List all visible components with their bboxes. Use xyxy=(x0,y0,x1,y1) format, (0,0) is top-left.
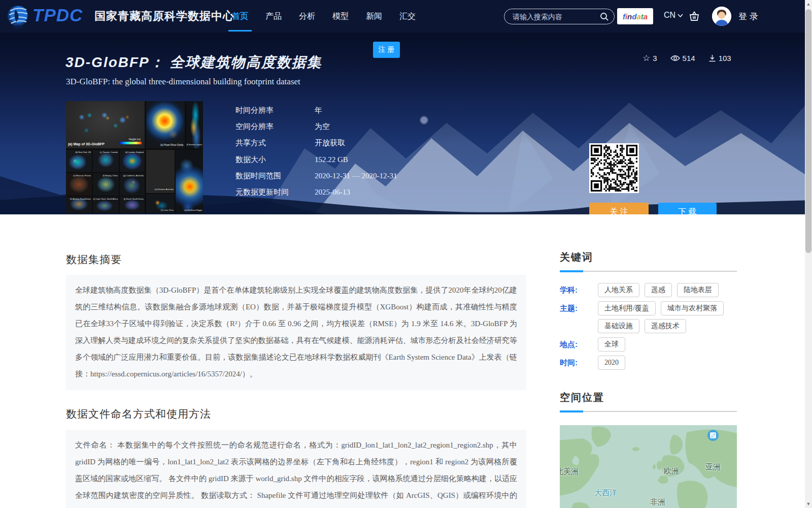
map-expand-button[interactable]: ⤢ xyxy=(707,430,719,441)
tag[interactable]: 遥感 xyxy=(645,283,672,297)
language-selector[interactable]: CN xyxy=(664,11,683,20)
thumb-tile-london: (d) London, England xyxy=(120,150,145,172)
nav-products[interactable]: 产品 xyxy=(257,0,290,33)
map-label-asia: 亚洲 xyxy=(705,462,721,472)
top-navigation-bar: TPDC 国家青藏高原科学数据中心 首页 产品 分析 模型 新闻 汇交 find… xyxy=(0,0,805,33)
thumb-tile-eastern-japan: (l) Eastern Japan xyxy=(186,101,203,148)
meta-row: 空间分辨率为空 xyxy=(235,118,397,135)
section-divider xyxy=(560,271,737,272)
tag[interactable]: 2020 xyxy=(598,356,625,370)
thumb-tile-canberra: (g) Canberra, Australia xyxy=(120,173,145,196)
tag[interactable]: 城市与农村聚落 xyxy=(661,301,724,315)
org-name: 国家青藏高原科学数据中心 xyxy=(94,9,234,24)
meta-row: 数据时间范围2020-12-31 — 2020-12-31 xyxy=(235,168,397,184)
thumb-colorbar xyxy=(120,142,142,144)
right-sidebar: 关键词 学科: 人地关系 遥感 陆地表层 主题: 土地利用/覆盖 城市与农村聚落… xyxy=(560,250,737,508)
findata-button[interactable]: findata xyxy=(617,8,653,24)
star-icon: ☆ xyxy=(642,54,650,62)
nav-submit[interactable]: 汇交 xyxy=(391,0,424,33)
file-naming-panel: 文件命名： 本数据集中的每个文件按照统一的命名规范进行命名，格式为：gridID… xyxy=(66,430,526,508)
main-nav: 首页 产品 分析 模型 新闻 汇交 xyxy=(223,0,424,33)
views-stat: 514 xyxy=(670,54,695,62)
thumb-tile-eastern-australia: (m) Eastern Australia xyxy=(146,150,175,193)
nav-news[interactable]: 新闻 xyxy=(357,0,391,33)
keyword-row-discipline: 学科: 人地关系 遥感 陆地表层 xyxy=(560,283,737,297)
keyword-row-location: 地点: 全球 xyxy=(560,337,737,352)
search-icon[interactable] xyxy=(600,12,609,21)
abstract-panel: 全球建筑物高度数据集（3D-GloBFP）是首个在单体建筑轮廓级别上实现全球覆盖… xyxy=(66,275,526,390)
tag[interactable]: 人地关系 xyxy=(598,283,639,297)
section-divider xyxy=(560,411,737,412)
nav-analysis[interactable]: 分析 xyxy=(290,0,324,33)
chevron-down-icon xyxy=(678,14,683,17)
thumb-tile-pearl-river: (k) Pearl River Delta xyxy=(146,101,185,148)
thumb-tile-cape-town: (i) Cape Town, South Africa xyxy=(93,197,119,213)
divider-accent xyxy=(560,270,583,272)
spatial-location-map[interactable]: 北美洲 欧洲 亚洲 大西洋 非洲 ⤢ xyxy=(560,425,737,508)
dataset-title: 3D-GloBFP： 全球建筑物高度数据集 xyxy=(65,53,322,72)
active-tab-underline xyxy=(228,30,252,31)
keywords-title: 关键词 xyxy=(560,250,737,264)
scroll-up-icon[interactable]: ▲ xyxy=(805,0,812,8)
thumb-tile-moscow: (e) Moscow, Russia xyxy=(66,173,92,196)
download-button[interactable]: 下 载 xyxy=(658,203,717,214)
thumb-tile-northeast-egypt: (o) Northeast Egypt xyxy=(176,150,203,213)
expand-arrows-icon: ⤢ xyxy=(710,432,716,438)
keyword-groups: 学科: 人地关系 遥感 陆地表层 主题: 土地利用/覆盖 城市与农村聚落 基础设… xyxy=(560,283,737,370)
thumb-tile-toronto: (c) Toronto, Canada xyxy=(93,150,119,172)
map-label-north-america: 北美洲 xyxy=(560,467,579,477)
page-scrollbar[interactable]: ▲ ▼ xyxy=(805,0,812,508)
dataset-subtitle-en: 3D-GloBFP: the global three-dimensional … xyxy=(66,77,300,87)
tag[interactable]: 全球 xyxy=(598,337,625,352)
scrollbar-thumb[interactable] xyxy=(805,9,811,253)
user-avatar[interactable] xyxy=(712,7,731,26)
login-button[interactable]: 登 录 xyxy=(738,11,758,22)
dataset-hero-banner: 注 册 3D-GloBFP： 全球建筑物高度数据集 3D-GloBFP: the… xyxy=(0,33,812,214)
search-input[interactable] xyxy=(513,13,600,21)
meta-row: 元数据更新时间2025-06-13 xyxy=(235,184,397,200)
keyword-row-time: 时间: 2020 xyxy=(560,356,737,370)
thumb-tile-kazakhstan: (h) Astana, Kazakhstan xyxy=(66,197,92,213)
map-label-europe: 欧洲 xyxy=(664,466,679,476)
meta-row: 时间分辨率年 xyxy=(235,102,397,118)
thumb-tile-world-map: (a) Map of 3D-GloBFP Height (m) xyxy=(66,101,145,148)
nav-models[interactable]: 模型 xyxy=(324,0,357,33)
downloads-stat: 103 xyxy=(708,54,731,62)
tag[interactable]: 土地利用/覆盖 xyxy=(598,301,656,315)
meta-row: 共享方式开放获取 xyxy=(235,135,397,151)
tag[interactable]: 遥感技术 xyxy=(645,319,686,333)
dataset-metadata: 时间分辨率年 空间分辨率为空 共享方式开放获取 数据大小152.22 GB 数据… xyxy=(235,102,397,201)
thumb-tile-seoul: (j) Seoul, South Korea xyxy=(120,197,145,213)
dataset-stats: ☆ 3 514 103 xyxy=(642,54,731,62)
shopping-basket-icon[interactable] xyxy=(688,10,700,24)
dataset-preview-image[interactable]: (a) Map of 3D-GloBFP Height (m) (k) Pear… xyxy=(66,101,203,213)
thumb-tile-new-york: (b) New York, US xyxy=(66,150,92,172)
logo-text[interactable]: TPDC xyxy=(32,5,83,25)
nav-home[interactable]: 首页 xyxy=(223,0,257,33)
tpdc-globe-logo-icon xyxy=(6,4,29,29)
scroll-down-icon[interactable]: ▼ xyxy=(805,500,812,508)
tag[interactable]: 陆地表层 xyxy=(677,283,719,297)
follow-button[interactable]: 关 注 xyxy=(589,203,649,214)
register-button[interactable]: 注 册 xyxy=(373,42,400,58)
file-naming-heading: 数据文件命名方式和使用方法 xyxy=(66,407,211,421)
qr-code xyxy=(589,143,639,193)
eye-icon xyxy=(670,55,680,61)
thumb-tile-lima: (n) Lima, Peru xyxy=(146,194,175,213)
file-naming-text: 文件命名： 本数据集中的每个文件按照统一的命名规范进行命名，格式为：gridID… xyxy=(75,437,517,508)
abstract-text: 全球建筑物高度数据集（3D-GloBFP）是首个在单体建筑轮廓级别上实现全球覆盖… xyxy=(75,282,517,383)
thumb-tile-beijing: (f) Beijing, China xyxy=(93,173,119,196)
tag[interactable]: 基础设施 xyxy=(598,319,639,333)
divider-accent xyxy=(560,410,583,412)
search-box[interactable] xyxy=(504,9,615,24)
spatial-location-title: 空间位置 xyxy=(560,391,737,404)
map-label-africa: 非洲 xyxy=(650,497,665,507)
map-label-atlantic: 大西洋 xyxy=(594,488,617,498)
keyword-row-topic: 主题: 土地利用/覆盖 城市与农村聚落 基础设施 遥感技术 xyxy=(560,301,737,333)
favorite-stat[interactable]: ☆ 3 xyxy=(642,54,657,62)
download-count-icon xyxy=(708,54,716,62)
abstract-heading: 数据集摘要 xyxy=(66,252,122,267)
meta-row: 数据大小152.22 GB xyxy=(235,151,397,168)
moon xyxy=(420,116,428,124)
